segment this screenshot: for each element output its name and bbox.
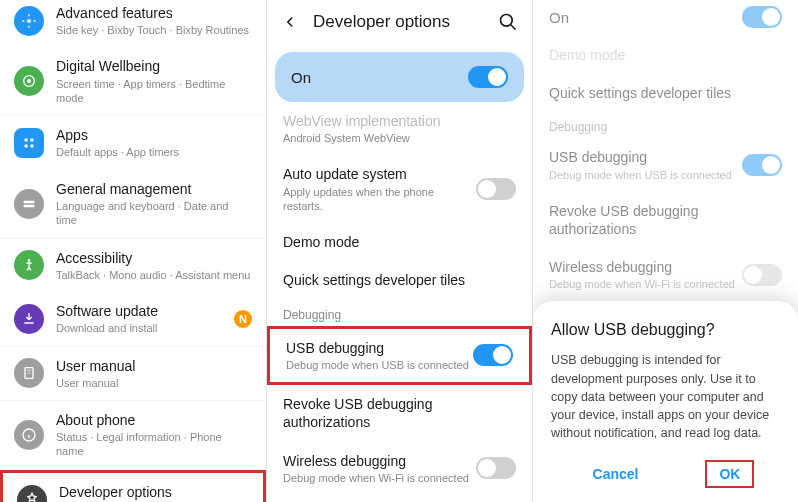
manual-icon (14, 358, 44, 388)
svg-point-4 (30, 138, 34, 142)
dev-title: Quick settings developer tiles (283, 271, 516, 289)
advanced-icon (14, 6, 44, 36)
wireless-switch[interactable] (476, 457, 516, 479)
dev-item-quicktiles[interactable]: Quick settings developer tiles (533, 74, 798, 112)
dev-title: WebView implementation (283, 112, 516, 130)
dev-item-demo[interactable]: Demo mode (533, 42, 798, 74)
item-sub: Language and keyboard · Date and time (56, 199, 252, 228)
svg-point-9 (28, 259, 31, 262)
master-switch[interactable] (742, 6, 782, 28)
dev-sub: Android System WebView (283, 131, 516, 145)
dev-sub: Debug mode when Wi-Fi is connected (283, 471, 476, 485)
svg-point-5 (24, 144, 28, 148)
dev-title: Auto update system (283, 165, 476, 183)
dialog-title: Allow USB debugging? (551, 321, 780, 339)
svg-rect-7 (24, 200, 35, 203)
search-icon[interactable] (498, 12, 518, 32)
item-sub: Default apps · App timers (56, 145, 252, 159)
item-title: General management (56, 180, 252, 198)
item-sub: User manual (56, 376, 252, 390)
svg-rect-8 (24, 204, 35, 207)
dev-item-usb-debugging[interactable]: USB debugging Debug mode when USB is con… (267, 326, 532, 385)
dev-item-demo[interactable]: Demo mode (267, 223, 532, 261)
master-toggle[interactable]: On (533, 0, 798, 42)
settings-item-general[interactable]: General management Language and keyboard… (0, 170, 266, 238)
toggle-label: On (291, 69, 468, 86)
wireless-switch[interactable] (742, 264, 782, 286)
developer-options-dialog-panel: On Demo mode Quick settings developer ti… (532, 0, 798, 502)
software-icon (14, 304, 44, 334)
settings-item-about[interactable]: About phone Status · Legal information ·… (0, 401, 266, 469)
item-sub: TalkBack · Mono audio · Assistant menu (56, 268, 252, 282)
wellbeing-icon (14, 66, 44, 96)
developer-options-panel: Developer options On WebView implementat… (266, 0, 532, 502)
settings-item-apps[interactable]: Apps Default apps · App timers (0, 116, 266, 169)
dev-sub: Debug mode when USB is connected (286, 358, 473, 372)
dev-item-adb-timeout[interactable]: Disable adb authorization timeout Disabl… (267, 495, 532, 502)
settings-item-advanced[interactable]: Advanced features Side key · Bixby Touch… (0, 0, 266, 47)
dev-title: Demo mode (283, 233, 516, 251)
item-title: Advanced features (56, 4, 252, 22)
item-title: Accessibility (56, 249, 252, 267)
dev-title: Wireless debugging (283, 452, 476, 470)
dev-item-wireless[interactable]: Wireless debugging Debug mode when Wi-Fi… (267, 442, 532, 495)
item-title: User manual (56, 357, 252, 375)
item-sub: Status · Legal information · Phone name (56, 430, 252, 459)
dev-title: Wireless debugging (549, 258, 742, 276)
accessibility-icon (14, 250, 44, 280)
dev-item-autoupdate[interactable]: Auto update system Apply updates when th… (267, 155, 532, 223)
usb-debugging-switch[interactable] (473, 344, 513, 366)
about-icon (14, 420, 44, 450)
settings-item-developer[interactable]: Developer options Developer options (0, 470, 266, 502)
item-title: Apps (56, 126, 252, 144)
dev-sub: Debug mode when Wi-Fi is connected (549, 277, 742, 291)
svg-point-16 (501, 15, 513, 27)
dialog-actions: Cancel OK (551, 460, 780, 488)
header-title: Developer options (313, 12, 498, 32)
dev-title: Quick settings developer tiles (549, 84, 782, 102)
apps-icon (14, 128, 44, 158)
section-debugging: Debugging (533, 112, 798, 138)
ok-button[interactable]: OK (705, 460, 754, 488)
dev-item-revoke[interactable]: Revoke USB debugging authorizations (267, 385, 532, 441)
svg-point-3 (24, 138, 28, 142)
panel-header: Developer options (267, 0, 532, 44)
dialog-body: USB debugging is intended for developmen… (551, 351, 780, 442)
dev-item-quicktiles[interactable]: Quick settings developer tiles (267, 261, 532, 299)
master-toggle[interactable]: On (275, 52, 524, 102)
dev-sub: Apply updates when the phone restarts. (283, 185, 476, 214)
usb-debugging-dialog: Allow USB debugging? USB debugging is in… (533, 301, 798, 502)
settings-item-manual[interactable]: User manual User manual (0, 347, 266, 400)
dev-title: Revoke USB debugging authorizations (283, 395, 516, 431)
master-switch[interactable] (468, 66, 508, 88)
svg-point-0 (27, 19, 31, 23)
dev-item-usb-debugging[interactable]: USB debugging Debug mode when USB is con… (533, 138, 798, 191)
usb-debugging-switch[interactable] (742, 154, 782, 176)
svg-point-6 (30, 144, 34, 148)
settings-item-accessibility[interactable]: Accessibility TalkBack · Mono audio · As… (0, 239, 266, 292)
item-title: Digital Wellbeing (56, 57, 252, 75)
item-sub: Side key · Bixby Touch · Bixby Routines (56, 23, 252, 37)
cancel-button[interactable]: Cancel (577, 460, 655, 488)
svg-line-17 (511, 25, 516, 30)
toggle-label: On (549, 9, 742, 26)
item-title: Software update (56, 302, 234, 320)
item-title: About phone (56, 411, 252, 429)
section-debugging: Debugging (267, 300, 532, 326)
dev-item-revoke[interactable]: Revoke USB debugging authorizations (533, 192, 798, 248)
item-sub: Screen time · App timers · Bedtime mode (56, 77, 252, 106)
developer-icon (17, 485, 47, 503)
back-icon[interactable] (281, 13, 299, 31)
settings-item-software[interactable]: Software update Download and install N (0, 292, 266, 345)
settings-item-wellbeing[interactable]: Digital Wellbeing Screen time · App time… (0, 47, 266, 115)
dev-title: Revoke USB debugging authorizations (549, 202, 782, 238)
dev-title: USB debugging (286, 339, 473, 357)
autoupdate-switch[interactable] (476, 178, 516, 200)
dev-item-webview[interactable]: WebView implementation Android System We… (267, 110, 532, 155)
dev-sub: Debug mode when USB is connected (549, 168, 742, 182)
dev-item-wireless[interactable]: Wireless debugging Debug mode when Wi-Fi… (533, 248, 798, 301)
dev-title: USB debugging (549, 148, 742, 166)
notification-badge: N (234, 310, 252, 328)
item-title: Developer options (59, 483, 249, 501)
settings-main-panel: Advanced features Side key · Bixby Touch… (0, 0, 266, 502)
